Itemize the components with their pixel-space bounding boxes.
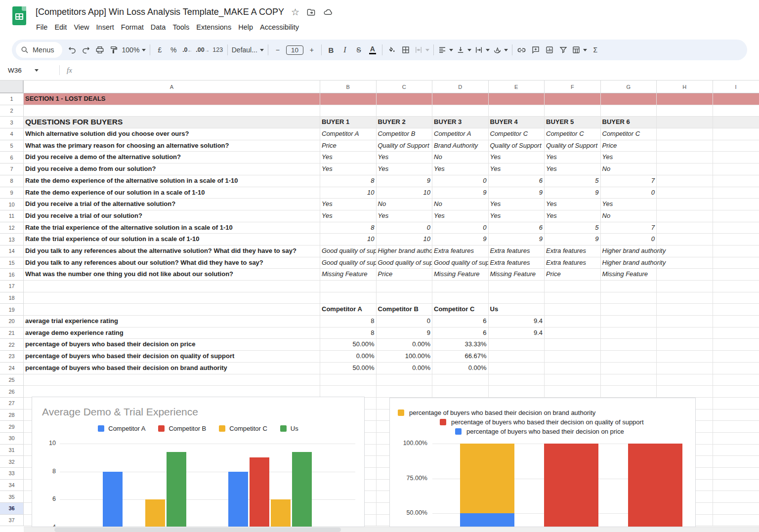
cell-E22[interactable] bbox=[489, 339, 545, 351]
row-header-33[interactable]: 33 bbox=[0, 468, 24, 480]
row-header-16[interactable]: 16 bbox=[0, 269, 24, 281]
cell-D13[interactable]: 9 bbox=[432, 234, 489, 246]
insert-comment-button[interactable] bbox=[529, 42, 543, 57]
row-header-18[interactable]: 18 bbox=[0, 292, 24, 304]
cell-G21[interactable] bbox=[601, 327, 657, 339]
column-header-E[interactable]: E bbox=[489, 81, 545, 93]
cell-A4[interactable]: Which alternative solution did you choos… bbox=[24, 128, 320, 140]
cell-A8[interactable]: Rate the demo experience of the alternat… bbox=[24, 175, 320, 187]
cell-G23[interactable] bbox=[601, 351, 657, 363]
cell-E1[interactable] bbox=[489, 93, 545, 105]
cell-D17[interactable] bbox=[432, 281, 489, 292]
cell-C14[interactable]: Higher brand authority bbox=[377, 246, 433, 257]
cell-I11[interactable] bbox=[713, 210, 759, 222]
cell-A11[interactable]: Did you receive a trial of our solution? bbox=[24, 210, 320, 222]
cell-D24[interactable]: 0.00% bbox=[432, 363, 489, 374]
cell-F13[interactable]: 9 bbox=[545, 234, 601, 246]
cell-F8[interactable]: 5 bbox=[545, 175, 601, 187]
cell-D23[interactable]: 66.67% bbox=[432, 351, 489, 363]
cell-D2[interactable] bbox=[432, 105, 489, 117]
cell-I13[interactable] bbox=[713, 234, 759, 246]
row-header-15[interactable]: 15 bbox=[0, 257, 24, 269]
cell-F2[interactable] bbox=[545, 105, 601, 117]
cell-G10[interactable]: Yes bbox=[601, 199, 657, 210]
row-header-36[interactable]: 36 bbox=[0, 503, 24, 515]
zoom-select[interactable]: 100% bbox=[121, 42, 148, 57]
cell-A19[interactable] bbox=[24, 304, 320, 316]
cell-E26[interactable] bbox=[489, 386, 545, 398]
cell-D6[interactable]: No bbox=[432, 152, 489, 164]
star-icon[interactable]: ☆ bbox=[291, 7, 299, 17]
cell-F21[interactable] bbox=[545, 327, 601, 339]
cell-G1[interactable] bbox=[601, 93, 657, 105]
italic-button[interactable]: I bbox=[338, 42, 352, 57]
cell-G20[interactable] bbox=[601, 316, 657, 327]
cell-H13[interactable] bbox=[657, 234, 713, 246]
cell-E13[interactable]: 9 bbox=[489, 234, 545, 246]
cell-C1[interactable] bbox=[377, 93, 433, 105]
cell-A26[interactable] bbox=[24, 386, 320, 398]
cell-E10[interactable]: Yes bbox=[489, 199, 545, 210]
cell-B4[interactable]: Competitor A bbox=[320, 128, 377, 140]
cell-D8[interactable]: 0 bbox=[432, 175, 489, 187]
insert-link-button[interactable] bbox=[515, 42, 529, 57]
cell-H20[interactable] bbox=[657, 316, 713, 327]
cell-F24[interactable] bbox=[545, 363, 601, 374]
cell-B24[interactable]: 50.00% bbox=[320, 363, 377, 374]
cell-D3[interactable]: BUYER 3 bbox=[432, 117, 489, 128]
cell-D9[interactable]: 9 bbox=[432, 187, 489, 199]
cell-D11[interactable]: Yes bbox=[432, 210, 489, 222]
row-header-27[interactable]: 27 bbox=[0, 398, 24, 409]
cell-G7[interactable]: No bbox=[601, 164, 657, 175]
percent-format-button[interactable]: % bbox=[167, 42, 180, 57]
cell-D21[interactable]: 6 bbox=[432, 327, 489, 339]
cell-F5[interactable]: Quality of Support bbox=[545, 140, 601, 152]
cell-D18[interactable] bbox=[432, 292, 489, 304]
cell-G18[interactable] bbox=[601, 292, 657, 304]
document-title[interactable]: [Competitors App] Win Loss Analysis Temp… bbox=[36, 7, 284, 17]
cell-D4[interactable]: Competitor A bbox=[432, 128, 489, 140]
cell-H21[interactable] bbox=[657, 327, 713, 339]
row-header-5[interactable]: 5 bbox=[0, 140, 24, 152]
cell-D16[interactable]: Missing Feature bbox=[432, 269, 489, 281]
cell-A2[interactable] bbox=[24, 105, 320, 117]
cell-H3[interactable] bbox=[657, 117, 713, 128]
cell-F15[interactable]: Extra features bbox=[545, 257, 601, 269]
cell-C22[interactable]: 0.00% bbox=[377, 339, 433, 351]
cell-I33[interactable] bbox=[713, 468, 759, 480]
cell-G4[interactable]: Competitor C bbox=[601, 128, 657, 140]
cell-I4[interactable] bbox=[713, 128, 759, 140]
cell-I24[interactable] bbox=[713, 363, 759, 374]
cell-C18[interactable] bbox=[377, 292, 433, 304]
cell-D26[interactable] bbox=[432, 386, 489, 398]
cell-G3[interactable]: BUYER 6 bbox=[601, 117, 657, 128]
cell-C15[interactable]: Good quality of support bbox=[377, 257, 433, 269]
cell-H8[interactable] bbox=[657, 175, 713, 187]
cell-B9[interactable]: 10 bbox=[320, 187, 377, 199]
cell-I12[interactable] bbox=[713, 222, 759, 234]
cell-B21[interactable]: 8 bbox=[320, 327, 377, 339]
cell-I37[interactable] bbox=[713, 515, 759, 527]
cell-F25[interactable] bbox=[545, 374, 601, 386]
cell-C19[interactable]: Competitor B bbox=[377, 304, 433, 316]
row-header-13[interactable]: 13 bbox=[0, 234, 24, 246]
cell-I34[interactable] bbox=[713, 480, 759, 491]
cell-I21[interactable] bbox=[713, 327, 759, 339]
row-header-28[interactable]: 28 bbox=[0, 409, 24, 421]
column-header-I[interactable]: I bbox=[713, 81, 759, 93]
cell-C10[interactable]: No bbox=[377, 199, 433, 210]
cell-F19[interactable] bbox=[545, 304, 601, 316]
cell-H23[interactable] bbox=[657, 351, 713, 363]
text-rotation-button[interactable] bbox=[491, 42, 509, 57]
cell-H17[interactable] bbox=[657, 281, 713, 292]
cell-A9[interactable]: Rate the demo experience of our solution… bbox=[24, 187, 320, 199]
column-header-C[interactable]: C bbox=[377, 81, 433, 93]
cell-C4[interactable]: Competitor B bbox=[377, 128, 433, 140]
row-header-37[interactable]: 37 bbox=[0, 515, 24, 527]
cell-B22[interactable]: 50.00% bbox=[320, 339, 377, 351]
cell-B10[interactable]: Yes bbox=[320, 199, 377, 210]
cell-H4[interactable] bbox=[657, 128, 713, 140]
cell-E7[interactable]: Yes bbox=[489, 164, 545, 175]
row-header-30[interactable]: 30 bbox=[0, 433, 24, 445]
increase-font-size-button[interactable]: + bbox=[305, 42, 319, 57]
